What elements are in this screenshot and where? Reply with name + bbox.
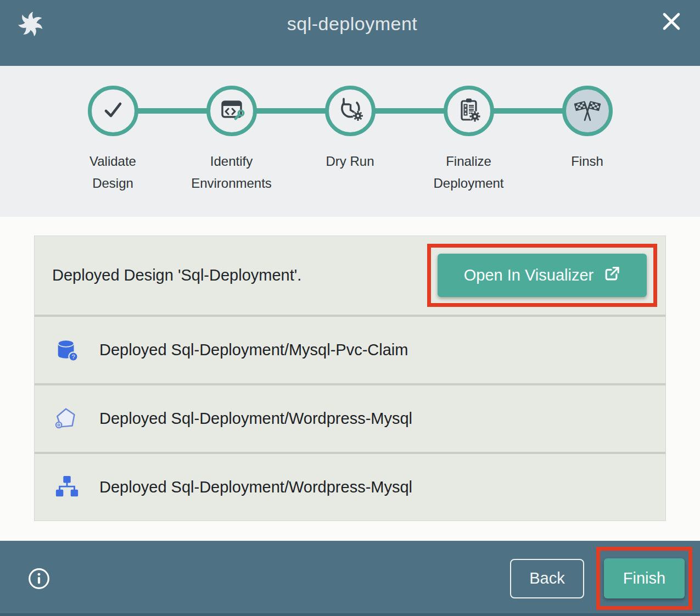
- pentagon-icon: [54, 406, 80, 432]
- open-in-visualizer-label: Open In Visualizer: [464, 266, 593, 284]
- code-wrench-icon: [217, 96, 246, 126]
- check-icon: [99, 96, 127, 126]
- info-icon: [27, 584, 51, 592]
- back-button[interactable]: Back: [510, 559, 584, 598]
- step-label: Validate Design: [69, 150, 157, 194]
- highlight-box-finish: Finish: [596, 547, 692, 610]
- step-circle-finish: [562, 86, 613, 136]
- history-gear-icon: [336, 96, 365, 126]
- step-circle-dry-run: [325, 86, 376, 136]
- info-button[interactable]: [27, 567, 51, 590]
- close-button[interactable]: [658, 9, 685, 35]
- step-circle-identify: [206, 86, 257, 136]
- step-circle-validate: [88, 86, 138, 136]
- step-identify-environments: Identify Environments: [172, 86, 291, 194]
- close-icon: [659, 9, 684, 35]
- result-text: Deployed Sql-Deployment/Mysql-Pvc-Claim: [99, 341, 408, 359]
- step-label: Dry Run: [326, 150, 374, 172]
- deployed-design-text: Deployed Design 'Sql-Deployment'.: [52, 266, 301, 284]
- deployment-modal: sql-deployment Validate Design: [0, 0, 700, 616]
- result-text: Deployed Sql-Deployment/Wordpress-Mysql: [99, 478, 412, 496]
- svg-text:?: ?: [71, 353, 75, 360]
- deployment-results: Deployed Design 'Sql-Deployment'. Open I…: [0, 217, 700, 541]
- step-circle-finalize: [444, 86, 494, 136]
- step-finalize-deployment: Finalize Deployment: [410, 86, 528, 194]
- step-validate-design: Validate Design: [54, 86, 172, 194]
- meshery-spiral-logo-icon: [15, 9, 46, 40]
- clipboard-gear-icon: [455, 96, 483, 126]
- external-link-icon: [603, 265, 620, 286]
- hierarchy-icon: [54, 475, 80, 500]
- modal-title: sql-deployment: [46, 9, 658, 35]
- deployment-stepper: Validate Design Ident: [0, 66, 700, 217]
- highlight-box-visualizer: Open In Visualizer: [427, 244, 657, 307]
- checkered-flags-icon: [573, 96, 602, 126]
- result-text: Deployed Sql-Deployment/Wordpress-Mysql: [99, 410, 412, 428]
- result-row-wordpress-mysql-2: Deployed Sql-Deployment/Wordpress-Mysql: [35, 454, 665, 520]
- step-label: Identify Environments: [188, 150, 276, 194]
- result-row-mysql-pvc-claim: ? Deployed Sql-Deployment/Mysql-Pvc-Clai…: [35, 317, 665, 383]
- modal-footer: Back Finish: [0, 541, 700, 616]
- step-label: Finsh: [571, 150, 603, 172]
- open-in-visualizer-button[interactable]: Open In Visualizer: [438, 254, 647, 297]
- database-icon: ?: [54, 338, 80, 363]
- result-list: Deployed Design 'Sql-Deployment'. Open I…: [34, 236, 666, 521]
- modal-header: sql-deployment: [0, 0, 700, 66]
- deployed-design-row: Deployed Design 'Sql-Deployment'. Open I…: [35, 236, 665, 315]
- step-label: Finalize Deployment: [425, 150, 513, 194]
- result-row-wordpress-mysql-1: Deployed Sql-Deployment/Wordpress-Mysql: [35, 385, 665, 452]
- step-finish: Finsh: [528, 86, 647, 194]
- step-dry-run: Dry Run: [291, 86, 410, 194]
- finish-button[interactable]: Finish: [604, 558, 685, 598]
